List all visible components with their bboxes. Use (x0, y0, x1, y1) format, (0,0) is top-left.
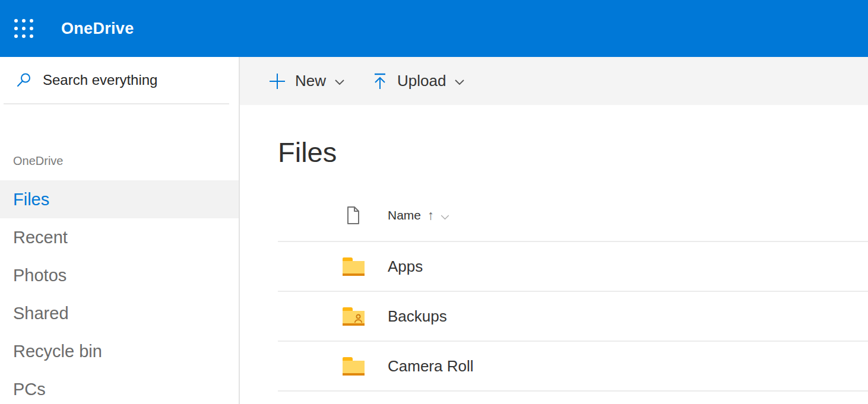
name-column-label: Name (388, 208, 421, 222)
name-column-header[interactable]: Name ↑ (388, 208, 449, 222)
upload-button[interactable]: Upload (372, 72, 464, 90)
sidebar-item-label: PCs (13, 380, 46, 399)
new-button-label: New (295, 72, 326, 90)
sidebar-divider (4, 103, 229, 104)
sidebar: Search everything OneDrive Files Recent … (0, 57, 240, 404)
page-title: Files (278, 136, 868, 169)
sidebar-item[interactable]: Files (0, 180, 239, 218)
folder-icon (343, 307, 365, 326)
sidebar-item[interactable]: Recycle bin (0, 332, 239, 370)
search-icon (16, 72, 31, 88)
sort-ascending-icon: ↑ (427, 209, 434, 222)
app-title: OneDrive (61, 20, 134, 38)
waffle-icon (14, 19, 33, 38)
table-header: Name ↑ (240, 190, 868, 241)
top-bar: OneDrive (0, 0, 868, 57)
command-bar: New Upload (240, 57, 868, 105)
plus-icon (268, 72, 286, 90)
file-name[interactable]: Camera Roll (388, 357, 474, 376)
file-row[interactable]: Apps (278, 242, 868, 292)
folder-icon (343, 257, 365, 276)
new-button[interactable]: New (268, 72, 344, 90)
sidebar-item[interactable]: PCs (0, 370, 239, 404)
sidebar-nav: Files Recent Photos Shared R (0, 180, 239, 404)
upload-icon (372, 72, 388, 90)
chevron-down-icon (335, 79, 344, 85)
sidebar-item[interactable]: Shared (0, 294, 239, 332)
sidebar-item-label: Recycle bin (13, 342, 102, 361)
person-icon (353, 314, 363, 323)
main-panel: New Upload Files (240, 57, 868, 404)
app-launcher-button[interactable] (7, 12, 40, 45)
search-box[interactable]: Search everything (0, 57, 239, 103)
chevron-down-icon (455, 79, 464, 85)
sidebar-item[interactable]: Recent (0, 218, 239, 256)
upload-button-label: Upload (397, 72, 446, 90)
file-row[interactable]: Backups (278, 292, 868, 342)
sidebar-item[interactable]: Photos (0, 256, 239, 294)
sidebar-item-label: Photos (13, 266, 66, 285)
file-name[interactable]: Backups (388, 307, 447, 326)
file-name[interactable]: Apps (388, 257, 423, 276)
sidebar-section-label: OneDrive (13, 154, 239, 171)
sidebar-item-label: Recent (13, 228, 68, 247)
onedrive-app: OneDrive Search everything OneDrive File… (0, 0, 868, 404)
file-type-column (340, 206, 366, 225)
content: Search everything OneDrive Files Recent … (0, 57, 868, 404)
file-list: Apps Backups (278, 241, 868, 392)
sidebar-item-label: Shared (13, 304, 69, 323)
file-row[interactable]: Camera Roll (278, 342, 868, 392)
folder-icon (343, 357, 365, 376)
chevron-down-icon (441, 215, 449, 220)
search-placeholder: Search everything (43, 72, 157, 88)
sidebar-item-label: Files (13, 190, 49, 209)
document-icon (346, 206, 361, 225)
